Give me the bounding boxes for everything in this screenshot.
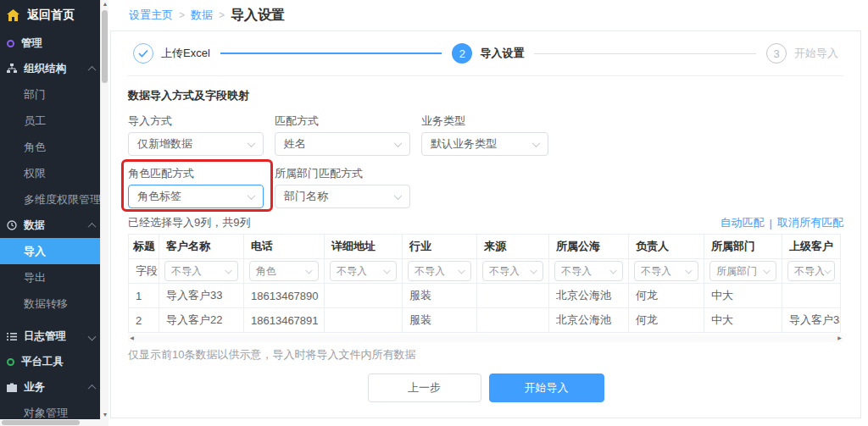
- sidebar-item-label: 平台工具: [21, 355, 64, 369]
- sidebar-item-label: 部门: [24, 87, 46, 102]
- admin-icon: [7, 40, 14, 47]
- cancel-all-match-link[interactable]: 取消所有匹配: [777, 215, 843, 230]
- sidebar-item-employee[interactable]: 员工: [0, 108, 100, 134]
- column-header: 标题: [129, 235, 159, 259]
- form-row-1: 导入方式 仅新增数据 匹配方式 姓名 业务类型 默认业: [128, 113, 843, 156]
- preview-note: 仅显示前10条数据以供示意，导入时将导入文件内所有数据: [128, 347, 843, 362]
- cell: 中大: [704, 308, 782, 333]
- step-number: 3: [766, 43, 787, 64]
- sidebar-vertical-scrollbar[interactable]: ▲ ▼: [100, 0, 108, 419]
- table-row: 1 导入客户33 18613467890 服装 北京公海池 何龙 中大: [129, 284, 841, 308]
- auto-match-link[interactable]: 自动匹配: [721, 215, 765, 230]
- select-value: 角色: [256, 264, 276, 279]
- sidebar-item-platform-tools[interactable]: 平台工具: [0, 349, 100, 374]
- import-mode-select[interactable]: 仅新增数据: [128, 132, 264, 156]
- cell: [782, 284, 841, 308]
- column-header: 来源: [477, 235, 549, 259]
- match-mode-field: 匹配方式 姓名: [275, 113, 410, 156]
- stepper: 上传Excel 2 导入设置 3 开始导入: [128, 31, 843, 76]
- field-select-parent-customer[interactable]: 不导入: [787, 261, 835, 281]
- step-label: 开始导入: [794, 46, 838, 61]
- start-import-button[interactable]: 开始导入: [489, 373, 604, 402]
- chevron-down-icon: [609, 267, 616, 274]
- select-value: 不导入: [489, 264, 520, 279]
- business-type-field: 业务类型 默认业务类型: [421, 113, 548, 156]
- step-number: 2: [452, 43, 472, 64]
- column-header: 详细地址: [325, 235, 403, 259]
- sidebar-item-export[interactable]: 导出: [0, 264, 100, 290]
- sidebar-item-multidim-permission[interactable]: 多维度权限管理: [0, 186, 100, 213]
- sidebar-item-data-transfer[interactable]: 数据转移: [0, 290, 100, 317]
- cell: 18613467890: [244, 284, 325, 308]
- row-index: 2: [129, 308, 159, 333]
- chevron-down-icon: [248, 191, 256, 200]
- scrollbar-thumb[interactable]: [2, 420, 80, 425]
- field-select-owner[interactable]: 不导入: [634, 261, 698, 281]
- select-value: 不导入: [337, 264, 367, 279]
- row-index: 1: [129, 284, 159, 308]
- column-header: 所属部门: [704, 235, 782, 259]
- match-links: 自动匹配 | 取消所有匹配: [721, 215, 843, 230]
- select-value: 不导入: [641, 264, 671, 279]
- list-icon: [7, 332, 17, 341]
- field-select-industry[interactable]: 不导入: [408, 261, 471, 281]
- step-label: 上传Excel: [161, 46, 210, 61]
- briefcase-icon: [7, 383, 17, 392]
- scroll-right-icon[interactable]: ▶: [836, 335, 843, 342]
- select-value: 角色标签: [137, 189, 181, 204]
- cell: 导入客户33: [159, 284, 244, 308]
- select-value: 不导入: [794, 264, 825, 279]
- section-title: 数据导入方式及字段映射: [128, 88, 843, 103]
- chevron-down-icon: [394, 139, 403, 147]
- field-select-source[interactable]: 不导入: [482, 261, 543, 281]
- role-match-mode-field: 角色匹配方式 角色标签: [128, 166, 264, 208]
- sidebar-item-data[interactable]: 数据: [0, 213, 100, 238]
- breadcrumb-separator: >: [219, 9, 225, 21]
- sidebar-menu: 返回首页 管理 组织结构 部门 员工 角色: [0, 0, 100, 419]
- sidebar-item-department[interactable]: 部门: [0, 81, 100, 108]
- department-match-mode-select[interactable]: 部门名称: [275, 185, 410, 208]
- selection-summary: 已经选择导入9列，共9列: [128, 215, 250, 230]
- cell: [325, 308, 403, 333]
- sidebar-item-org-structure[interactable]: 组织结构: [0, 56, 100, 81]
- role-match-mode-select[interactable]: 角色标签: [128, 185, 264, 208]
- sidebar-item-log-management[interactable]: 日志管理: [0, 324, 100, 349]
- sidebar-horizontal-scrollbar[interactable]: [0, 419, 108, 426]
- sidebar-item-object-management[interactable]: 对象管理: [0, 400, 100, 419]
- sidebar-item-home[interactable]: 返回首页: [0, 0, 100, 30]
- field-select-phone[interactable]: 角色: [249, 261, 319, 281]
- column-header: 上级客户: [782, 235, 841, 259]
- business-type-select[interactable]: 默认业务类型: [421, 132, 548, 156]
- match-mode-select[interactable]: 姓名: [275, 132, 410, 156]
- previous-step-button[interactable]: 上一步: [368, 373, 481, 402]
- breadcrumb-link-data[interactable]: 数据: [191, 8, 213, 23]
- scrollbar-thumb[interactable]: [102, 10, 108, 83]
- sidebar-item-label: 数据转移: [24, 296, 68, 312]
- field-select-address[interactable]: 不导入: [330, 261, 397, 281]
- sidebar-item-label: 业务: [24, 380, 45, 395]
- field-select-department[interactable]: 所属部门: [709, 261, 776, 281]
- sidebar-item-business[interactable]: 业务: [0, 374, 100, 400]
- field-select-public-pool[interactable]: 不导入: [554, 261, 623, 281]
- home-icon: [7, 9, 19, 21]
- select-value: 不导入: [561, 264, 592, 279]
- sidebar-item-label: 导入: [24, 244, 46, 259]
- field-select-customer-name[interactable]: 不导入: [164, 261, 238, 281]
- chevron-down-icon: [394, 191, 403, 200]
- sidebar-item-import[interactable]: 导入: [0, 238, 100, 264]
- sidebar-item-label: 组织结构: [24, 62, 66, 76]
- department-match-mode-field: 所属部门匹配方式 部门名称: [275, 166, 410, 208]
- chevron-up-icon: [88, 384, 97, 392]
- sidebar-item-label: 导出: [24, 270, 46, 285]
- sidebar-item-permission[interactable]: 权限: [0, 160, 100, 186]
- field-label: 匹配方式: [275, 113, 410, 129]
- chevron-down-icon: [530, 267, 537, 274]
- sidebar-item-label: 角色: [24, 140, 46, 155]
- platform-tools-icon: [7, 358, 14, 366]
- sidebar-item-admin[interactable]: 管理: [0, 30, 100, 56]
- breadcrumb-link-settings-home[interactable]: 设置主页: [129, 8, 173, 23]
- table-horizontal-scrollbar[interactable]: ◀ ▶: [128, 335, 843, 342]
- table-row: 2 导入客户22 18613467891 服装 北京公海池 何龙 中大 导入客户…: [129, 308, 841, 333]
- scroll-left-icon[interactable]: ◀: [128, 335, 136, 342]
- sidebar-item-role[interactable]: 角色: [0, 134, 100, 160]
